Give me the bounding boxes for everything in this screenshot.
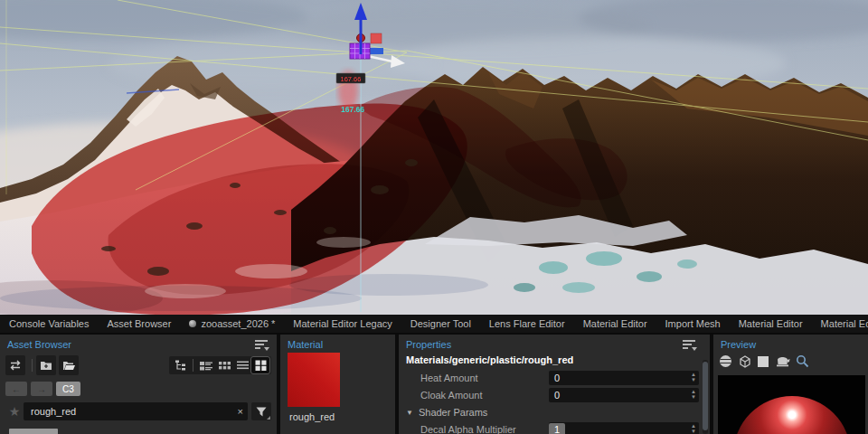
magnifier-icon[interactable] <box>796 354 809 368</box>
viewport-3d[interactable]: 167.66 167.66 <box>0 0 868 315</box>
scene-render: 167.66 167.66 <box>0 0 868 315</box>
cube-preview-icon[interactable] <box>738 354 751 368</box>
collapse-caret-icon: ▼ <box>406 409 413 417</box>
material-title: Material <box>288 339 323 350</box>
view-list-button[interactable] <box>233 357 251 373</box>
small-grid-icon <box>219 361 231 371</box>
asset-search-input[interactable] <box>24 406 248 417</box>
heat-amount-label: Heat Amount <box>420 373 478 383</box>
properties-menu-icon[interactable] <box>683 340 697 351</box>
asset-browser-panel: Asset Browser <box>0 335 277 434</box>
filter-button[interactable] <box>251 402 271 420</box>
tab-console-variables[interactable]: Console Variables <box>0 315 98 333</box>
material-name: rough_red <box>289 411 335 422</box>
sphere-preview-icon[interactable] <box>719 354 732 368</box>
favorites-star-icon[interactable]: ★ <box>5 404 24 419</box>
spinner-arrows[interactable]: ▲▼ <box>691 372 696 382</box>
view-details-button[interactable] <box>197 357 215 373</box>
forward-button[interactable]: → <box>31 382 52 396</box>
preview-viewport[interactable] <box>718 375 865 434</box>
asset-browser-menu-icon[interactable] <box>255 340 269 351</box>
tab-material-editor-2[interactable]: Material Editor <box>730 315 812 333</box>
breadcrumb[interactable]: C3 <box>56 382 80 396</box>
tab-import-mesh[interactable]: Import Mesh <box>656 315 730 333</box>
tab-lens-flare-editor[interactable]: Lens Flare Editor <box>480 315 574 333</box>
plane-preview-icon[interactable] <box>757 355 769 368</box>
tab-material-editor-legacy[interactable]: Material Editor Legacy <box>284 315 401 333</box>
funnel-icon <box>256 407 267 417</box>
blue-handle <box>370 48 383 54</box>
tab-asset-browser[interactable]: Asset Browser <box>98 315 180 333</box>
large-grid-icon <box>255 360 267 371</box>
folder-tree-toggle[interactable] <box>171 357 189 373</box>
properties-panel: Properties Materials/generic/plastic/rou… <box>399 335 710 434</box>
folder-tree-icon <box>175 360 186 371</box>
cloak-amount-label: Cloak Amount <box>420 390 482 401</box>
height-label: 167.66 <box>341 105 364 114</box>
cloak-amount-field[interactable]: 0 ▲▼ <box>549 388 699 402</box>
folder-open-icon <box>62 360 76 371</box>
editor-tab-bar: Console Variables Asset Browser zooasset… <box>0 315 868 335</box>
asset-browser-title: Asset Browser <box>7 339 71 350</box>
swap-arrows-icon <box>9 360 22 371</box>
tab-material-editor-3[interactable]: Material Editor <box>812 315 868 333</box>
material-thumbnail[interactable] <box>288 353 340 407</box>
teapot-preview-icon[interactable] <box>775 355 790 367</box>
editor-window: 167.66 167.66 Console Variables Asset Br… <box>0 0 868 434</box>
open-folder-button[interactable] <box>59 355 79 375</box>
spinner-arrows[interactable]: ▲▼ <box>691 389 696 400</box>
view-small-thumbnails-button[interactable] <box>215 357 233 373</box>
view-large-thumbnails-button[interactable] <box>251 357 269 373</box>
distance-label: 167.66 <box>341 75 362 83</box>
selected-value: 1 <box>549 423 565 434</box>
asset-tile-partial[interactable] <box>9 429 58 434</box>
preview-panel: Preview <box>713 335 868 434</box>
tab-designer-tool[interactable]: Designer Tool <box>401 315 480 333</box>
material-path: Materials/generic/plastic/rough_red <box>406 354 573 365</box>
tab-material-editor-1[interactable]: Material Editor <box>574 315 656 333</box>
asset-pin-icon <box>189 320 196 327</box>
new-folder-button[interactable] <box>36 355 56 375</box>
decal-alpha-multiplier-label: Decal Alpha Multiplier <box>420 424 516 434</box>
list-view-icon <box>237 361 249 370</box>
details-view-icon <box>200 361 212 371</box>
folder-plus-icon <box>40 360 52 371</box>
sync-selection-button[interactable] <box>5 355 25 375</box>
back-button[interactable]: ← <box>5 382 27 396</box>
preview-sphere <box>733 396 851 434</box>
clear-search-icon[interactable]: × <box>238 406 243 417</box>
red-handle <box>371 33 382 43</box>
heat-amount-field[interactable]: 0 ▲▼ <box>549 371 699 385</box>
properties-scrollbar[interactable] <box>703 360 708 434</box>
decal-alpha-multiplier-field[interactable]: 1 ▲▼ <box>549 422 699 434</box>
material-panel: Material rough_red <box>280 335 395 434</box>
spinner-arrows[interactable]: ▲▼ <box>691 423 696 434</box>
preview-title: Preview <box>721 339 756 350</box>
shader-params-section[interactable]: ▼ Shader Params <box>406 405 710 420</box>
properties-title: Properties <box>406 339 451 350</box>
tab-zooasset[interactable]: zooasset_2026 * <box>180 315 284 333</box>
